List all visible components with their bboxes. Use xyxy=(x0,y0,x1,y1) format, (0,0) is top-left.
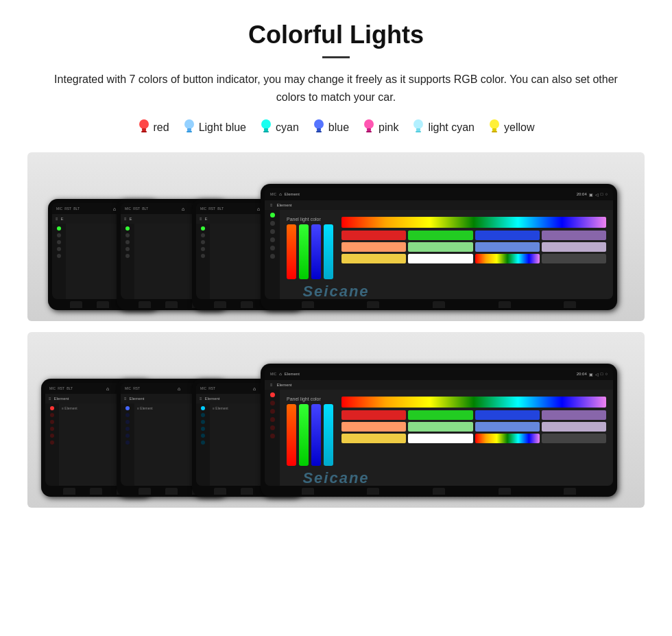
page-title: Colorful Lights xyxy=(27,21,645,49)
color-label-red: red xyxy=(154,121,169,134)
color-label-yellow: yellow xyxy=(504,121,534,134)
svg-point-0 xyxy=(139,119,149,129)
bulb-icon-yellow xyxy=(488,118,501,137)
svg-rect-8 xyxy=(263,131,269,132)
color-item-lightblue: Light blue xyxy=(183,118,246,137)
color-label-lightcyan: light cyan xyxy=(428,121,475,134)
color-label-cyan: cyan xyxy=(276,121,299,134)
svg-rect-16 xyxy=(416,128,420,131)
svg-point-3 xyxy=(184,119,194,129)
svg-point-15 xyxy=(413,119,423,129)
svg-rect-11 xyxy=(316,131,322,132)
svg-rect-14 xyxy=(366,131,372,132)
top-devices-group: MIC RST BLT ⌂ ≡ E xyxy=(34,166,638,310)
svg-rect-2 xyxy=(141,131,147,132)
color-item-blue: blue xyxy=(313,118,349,137)
bulb-icon-cyan xyxy=(260,118,272,137)
bulb-icon-blue xyxy=(313,118,325,137)
color-item-yellow: yellow xyxy=(488,118,534,137)
svg-point-12 xyxy=(364,119,374,129)
device-main-top: MIC ⌂ Element 20:04 ▣ ◁ □ ○ xyxy=(261,184,617,310)
header-description: Integrated with 7 colors of button indic… xyxy=(41,71,631,106)
svg-rect-19 xyxy=(492,128,496,131)
svg-rect-1 xyxy=(142,128,146,131)
color-item-pink: pink xyxy=(363,118,398,137)
svg-rect-7 xyxy=(264,128,268,131)
svg-rect-10 xyxy=(317,128,321,131)
color-item-red: red xyxy=(138,118,169,137)
svg-rect-5 xyxy=(187,131,192,132)
svg-point-6 xyxy=(261,119,271,129)
bottom-device-main: MIC ⌂ Element 20:04 ▣ ◁ □ ○ xyxy=(261,364,617,497)
bottom-showcase-row: MIC RST BLT ⌂ ≡ Element xyxy=(27,332,645,508)
svg-rect-13 xyxy=(367,128,371,131)
bulb-icon-lightblue xyxy=(183,118,195,137)
title-divider xyxy=(322,56,350,58)
bulb-icon-pink xyxy=(363,118,375,137)
color-indicators-row: red Light blue cyan xyxy=(27,118,645,137)
top-showcase-row: MIC RST BLT ⌂ ≡ E xyxy=(27,152,645,321)
color-label-pink: pink xyxy=(379,121,398,134)
bulb-icon-lightcyan xyxy=(412,118,424,137)
bottom-devices-group: MIC RST BLT ⌂ ≡ Element xyxy=(34,346,638,497)
svg-rect-20 xyxy=(492,131,497,132)
svg-point-18 xyxy=(490,119,499,129)
color-label-blue: blue xyxy=(328,121,349,134)
svg-point-9 xyxy=(314,119,324,129)
svg-rect-4 xyxy=(187,128,191,131)
bulb-icon-red xyxy=(138,118,150,137)
color-label-lightblue: Light blue xyxy=(199,121,246,134)
page-wrapper: Colorful Lights Integrated with 7 colors… xyxy=(0,0,672,546)
color-item-lightcyan: light cyan xyxy=(412,118,475,137)
svg-rect-17 xyxy=(416,131,421,132)
color-item-cyan: cyan xyxy=(260,118,299,137)
